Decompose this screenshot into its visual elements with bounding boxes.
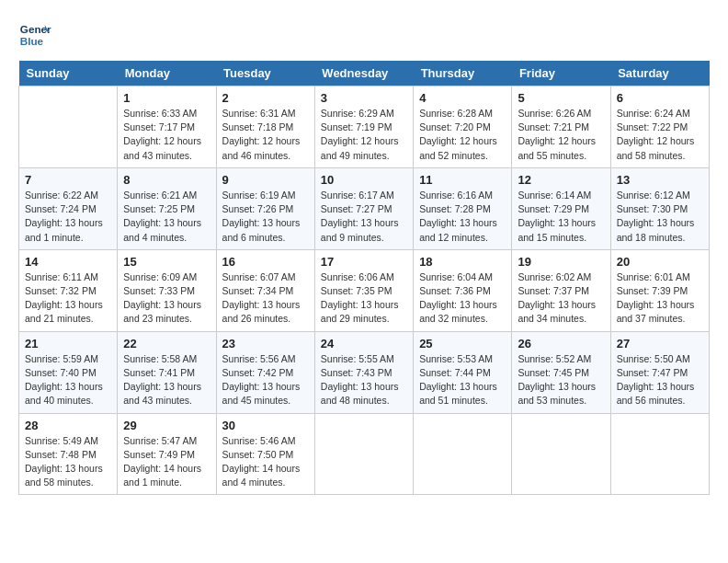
day-info: Sunrise: 5:55 AMSunset: 7:43 PMDaylight:… bbox=[321, 352, 407, 408]
weekday-header-monday: Monday bbox=[118, 61, 216, 86]
day-number: 4 bbox=[419, 91, 506, 105]
day-number: 26 bbox=[518, 337, 604, 350]
day-info: Sunrise: 6:19 AMSunset: 7:26 PMDaylight:… bbox=[222, 189, 309, 245]
day-number: 9 bbox=[222, 173, 309, 187]
day-number: 16 bbox=[222, 255, 309, 269]
calendar-cell: 6Sunrise: 6:24 AMSunset: 7:22 PMDaylight… bbox=[610, 86, 709, 168]
day-info: Sunrise: 5:50 AMSunset: 7:47 PMDaylight:… bbox=[617, 352, 703, 408]
day-info: Sunrise: 6:01 AMSunset: 7:39 PMDaylight:… bbox=[617, 270, 703, 327]
calendar-cell: 23Sunrise: 5:56 AMSunset: 7:42 PMDayligh… bbox=[216, 331, 314, 413]
calendar-cell: 12Sunrise: 6:14 AMSunset: 7:29 PMDayligh… bbox=[512, 167, 610, 249]
calendar-cell: 21Sunrise: 5:59 AMSunset: 7:40 PMDayligh… bbox=[19, 331, 118, 413]
calendar-cell: 19Sunrise: 6:02 AMSunset: 7:37 PMDayligh… bbox=[512, 249, 610, 331]
day-info: Sunrise: 6:14 AMSunset: 7:29 PMDaylight:… bbox=[518, 189, 604, 245]
day-number: 17 bbox=[321, 255, 407, 269]
day-number: 15 bbox=[123, 255, 210, 269]
day-info: Sunrise: 6:24 AMSunset: 7:22 PMDaylight:… bbox=[617, 107, 703, 163]
calendar-cell: 29Sunrise: 5:47 AMSunset: 7:49 PMDayligh… bbox=[118, 413, 216, 495]
day-number: 19 bbox=[518, 255, 604, 269]
day-info: Sunrise: 6:28 AMSunset: 7:20 PMDaylight:… bbox=[419, 107, 506, 163]
day-number: 14 bbox=[25, 255, 111, 269]
day-info: Sunrise: 5:58 AMSunset: 7:41 PMDaylight:… bbox=[123, 352, 210, 408]
day-info: Sunrise: 6:09 AMSunset: 7:33 PMDaylight:… bbox=[123, 270, 210, 327]
logo-icon: General Blue bbox=[18, 18, 51, 52]
weekday-header-thursday: Thursday bbox=[414, 61, 512, 86]
calendar-week-row: 21Sunrise: 5:59 AMSunset: 7:40 PMDayligh… bbox=[19, 331, 710, 413]
calendar-cell: 15Sunrise: 6:09 AMSunset: 7:33 PMDayligh… bbox=[118, 249, 216, 331]
weekday-header-friday: Friday bbox=[512, 61, 610, 86]
calendar-cell: 8Sunrise: 6:21 AMSunset: 7:25 PMDaylight… bbox=[118, 167, 216, 249]
day-number: 13 bbox=[617, 173, 703, 187]
day-number: 5 bbox=[518, 91, 604, 105]
weekday-header-wednesday: Wednesday bbox=[314, 61, 413, 86]
calendar-cell bbox=[512, 413, 610, 495]
calendar-week-row: 28Sunrise: 5:49 AMSunset: 7:48 PMDayligh… bbox=[19, 413, 710, 495]
day-info: Sunrise: 5:53 AMSunset: 7:44 PMDaylight:… bbox=[419, 352, 506, 408]
logo: General Blue bbox=[18, 18, 51, 52]
calendar-cell bbox=[314, 413, 413, 495]
calendar-cell: 22Sunrise: 5:58 AMSunset: 7:41 PMDayligh… bbox=[118, 331, 216, 413]
calendar-cell bbox=[610, 413, 709, 495]
svg-text:Blue: Blue bbox=[20, 35, 44, 47]
day-info: Sunrise: 6:02 AMSunset: 7:37 PMDaylight:… bbox=[518, 270, 604, 327]
day-number: 11 bbox=[419, 173, 506, 187]
weekday-header-tuesday: Tuesday bbox=[216, 61, 314, 86]
calendar-cell: 30Sunrise: 5:46 AMSunset: 7:50 PMDayligh… bbox=[216, 413, 314, 495]
calendar-cell: 3Sunrise: 6:29 AMSunset: 7:19 PMDaylight… bbox=[314, 86, 413, 168]
calendar-week-row: 1Sunrise: 6:33 AMSunset: 7:17 PMDaylight… bbox=[19, 86, 710, 168]
calendar-cell bbox=[414, 413, 512, 495]
day-number: 10 bbox=[321, 173, 407, 187]
day-info: Sunrise: 6:16 AMSunset: 7:28 PMDaylight:… bbox=[419, 189, 506, 245]
weekday-header-saturday: Saturday bbox=[610, 61, 709, 86]
day-number: 1 bbox=[123, 91, 210, 105]
weekday-header-sunday: Sunday bbox=[19, 61, 118, 86]
weekday-header-row: SundayMondayTuesdayWednesdayThursdayFrid… bbox=[19, 61, 710, 86]
calendar-cell: 26Sunrise: 5:52 AMSunset: 7:45 PMDayligh… bbox=[512, 331, 610, 413]
calendar-table: SundayMondayTuesdayWednesdayThursdayFrid… bbox=[18, 61, 710, 495]
day-info: Sunrise: 5:49 AMSunset: 7:48 PMDaylight:… bbox=[25, 434, 111, 490]
day-number: 7 bbox=[25, 173, 111, 187]
calendar-cell: 4Sunrise: 6:28 AMSunset: 7:20 PMDaylight… bbox=[414, 86, 512, 168]
calendar-cell: 7Sunrise: 6:22 AMSunset: 7:24 PMDaylight… bbox=[19, 167, 118, 249]
calendar-cell: 24Sunrise: 5:55 AMSunset: 7:43 PMDayligh… bbox=[314, 331, 413, 413]
day-number: 20 bbox=[617, 255, 703, 269]
day-info: Sunrise: 6:17 AMSunset: 7:27 PMDaylight:… bbox=[321, 189, 407, 245]
day-number: 23 bbox=[222, 337, 309, 350]
day-number: 6 bbox=[617, 91, 703, 105]
calendar-cell: 27Sunrise: 5:50 AMSunset: 7:47 PMDayligh… bbox=[610, 331, 709, 413]
calendar-cell: 1Sunrise: 6:33 AMSunset: 7:17 PMDaylight… bbox=[118, 86, 216, 168]
day-info: Sunrise: 5:47 AMSunset: 7:49 PMDaylight:… bbox=[123, 434, 210, 490]
calendar-cell: 2Sunrise: 6:31 AMSunset: 7:18 PMDaylight… bbox=[216, 86, 314, 168]
day-info: Sunrise: 6:21 AMSunset: 7:25 PMDaylight:… bbox=[123, 189, 210, 245]
calendar-cell: 13Sunrise: 6:12 AMSunset: 7:30 PMDayligh… bbox=[610, 167, 709, 249]
calendar-cell: 5Sunrise: 6:26 AMSunset: 7:21 PMDaylight… bbox=[512, 86, 610, 168]
day-number: 28 bbox=[25, 419, 111, 432]
day-info: Sunrise: 6:22 AMSunset: 7:24 PMDaylight:… bbox=[25, 189, 111, 245]
calendar-cell bbox=[19, 86, 118, 168]
day-info: Sunrise: 6:29 AMSunset: 7:19 PMDaylight:… bbox=[321, 107, 407, 163]
calendar-cell: 10Sunrise: 6:17 AMSunset: 7:27 PMDayligh… bbox=[314, 167, 413, 249]
day-number: 18 bbox=[419, 255, 506, 269]
day-number: 24 bbox=[321, 337, 407, 350]
day-number: 25 bbox=[419, 337, 506, 350]
day-info: Sunrise: 6:07 AMSunset: 7:34 PMDaylight:… bbox=[222, 270, 309, 327]
day-number: 8 bbox=[123, 173, 210, 187]
calendar-cell: 18Sunrise: 6:04 AMSunset: 7:36 PMDayligh… bbox=[414, 249, 512, 331]
day-info: Sunrise: 6:26 AMSunset: 7:21 PMDaylight:… bbox=[518, 107, 604, 163]
calendar-cell: 9Sunrise: 6:19 AMSunset: 7:26 PMDaylight… bbox=[216, 167, 314, 249]
calendar-cell: 28Sunrise: 5:49 AMSunset: 7:48 PMDayligh… bbox=[19, 413, 118, 495]
day-number: 2 bbox=[222, 91, 309, 105]
day-info: Sunrise: 5:56 AMSunset: 7:42 PMDaylight:… bbox=[222, 352, 309, 408]
calendar-cell: 14Sunrise: 6:11 AMSunset: 7:32 PMDayligh… bbox=[19, 249, 118, 331]
calendar-cell: 17Sunrise: 6:06 AMSunset: 7:35 PMDayligh… bbox=[314, 249, 413, 331]
calendar-cell: 25Sunrise: 5:53 AMSunset: 7:44 PMDayligh… bbox=[414, 331, 512, 413]
day-info: Sunrise: 5:46 AMSunset: 7:50 PMDaylight:… bbox=[222, 434, 309, 490]
day-number: 12 bbox=[518, 173, 604, 187]
day-info: Sunrise: 6:12 AMSunset: 7:30 PMDaylight:… bbox=[617, 189, 703, 245]
day-info: Sunrise: 6:11 AMSunset: 7:32 PMDaylight:… bbox=[25, 270, 111, 327]
day-info: Sunrise: 5:52 AMSunset: 7:45 PMDaylight:… bbox=[518, 352, 604, 408]
page-header: General Blue bbox=[18, 18, 710, 52]
calendar-cell: 11Sunrise: 6:16 AMSunset: 7:28 PMDayligh… bbox=[414, 167, 512, 249]
day-number: 30 bbox=[222, 419, 309, 432]
day-number: 29 bbox=[123, 419, 210, 432]
